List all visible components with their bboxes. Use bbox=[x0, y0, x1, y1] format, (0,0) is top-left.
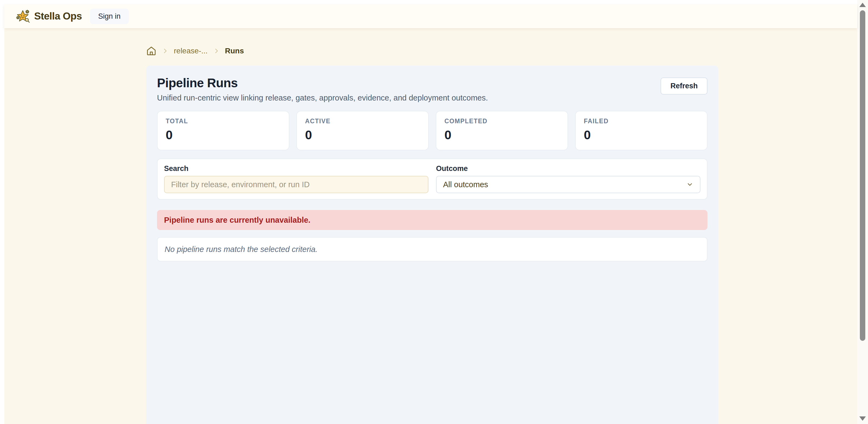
chevron-right-icon bbox=[162, 48, 168, 54]
stat-label: COMPLETED bbox=[444, 117, 559, 125]
error-banner-text: Pipeline runs are currently unavailable. bbox=[164, 216, 310, 224]
breadcrumb-current: Runs bbox=[225, 46, 244, 55]
breadcrumb-release-link[interactable]: release-... bbox=[174, 46, 208, 55]
page-title: Pipeline Runs bbox=[157, 76, 488, 89]
search-filter-group: Search bbox=[164, 164, 429, 193]
refresh-button[interactable]: Refresh bbox=[660, 77, 708, 95]
scroll-up-arrow-icon[interactable] bbox=[859, 3, 866, 7]
stella-ops-logo-icon bbox=[15, 9, 30, 24]
stat-card-total: TOTAL 0 bbox=[157, 111, 289, 150]
sign-in-button[interactable]: Sign in bbox=[90, 9, 129, 24]
scroll-down-arrow-icon[interactable] bbox=[859, 416, 866, 421]
breadcrumb: release-... Runs bbox=[146, 46, 244, 56]
empty-state: No pipeline runs match the selected crit… bbox=[157, 237, 708, 261]
empty-state-text: No pipeline runs match the selected crit… bbox=[164, 245, 317, 254]
stat-value: 0 bbox=[584, 128, 699, 142]
stat-card-active: ACTIVE 0 bbox=[297, 111, 429, 150]
panel-header: Pipeline Runs Unified run-centric view l… bbox=[157, 76, 708, 103]
stat-card-failed: FAILED 0 bbox=[575, 111, 708, 150]
stat-card-completed: COMPLETED 0 bbox=[436, 111, 568, 150]
stat-value: 0 bbox=[166, 128, 281, 142]
chevron-down-icon bbox=[686, 181, 693, 188]
outcome-select[interactable]: All outcomes bbox=[436, 176, 701, 193]
page-subtitle: Unified run-centric view linking release… bbox=[157, 93, 488, 103]
error-banner: Pipeline runs are currently unavailable. bbox=[157, 210, 708, 230]
panel-title-block: Pipeline Runs Unified run-centric view l… bbox=[157, 76, 488, 103]
outcome-filter-group: Outcome All outcomes bbox=[436, 164, 701, 193]
scrollbar-thumb[interactable] bbox=[860, 10, 865, 341]
search-label: Search bbox=[164, 164, 429, 172]
vertical-scrollbar[interactable] bbox=[857, 0, 868, 424]
brand-title: Stella Ops bbox=[34, 10, 82, 22]
pipeline-runs-panel: Pipeline Runs Unified run-centric view l… bbox=[146, 66, 718, 424]
stat-label: ACTIVE bbox=[305, 117, 420, 125]
top-header: Stella Ops Sign in bbox=[4, 4, 857, 28]
filters-card: Search Outcome All outcomes bbox=[157, 159, 708, 200]
stat-value: 0 bbox=[305, 128, 420, 142]
stat-value: 0 bbox=[444, 128, 559, 142]
search-input[interactable] bbox=[164, 176, 429, 193]
outcome-label: Outcome bbox=[436, 164, 701, 172]
chevron-right-icon bbox=[213, 48, 220, 54]
browser-viewport: Stella Ops Sign in release-... Runs bbox=[0, 0, 868, 424]
app-background: Stella Ops Sign in release-... Runs bbox=[4, 4, 857, 424]
stats-row: TOTAL 0 ACTIVE 0 COMPLETED 0 FAILED 0 bbox=[157, 111, 708, 150]
home-icon[interactable] bbox=[146, 46, 156, 56]
stat-label: FAILED bbox=[584, 117, 699, 125]
outcome-selected-value: All outcomes bbox=[443, 180, 488, 189]
stat-label: TOTAL bbox=[166, 117, 281, 125]
